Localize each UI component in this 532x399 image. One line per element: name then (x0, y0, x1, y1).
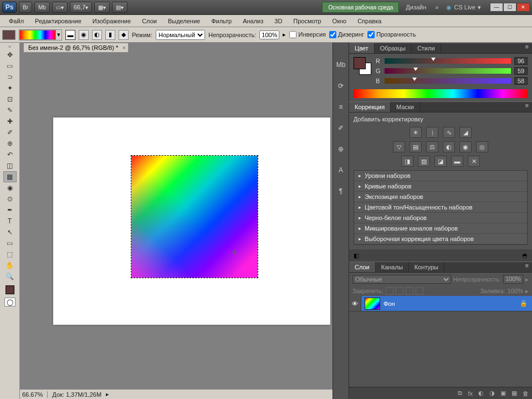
blend-mode-select[interactable]: Нормальный (156, 30, 205, 40)
arrange-button[interactable]: ▦▾ (94, 2, 110, 13)
lock-transparent[interactable] (386, 287, 393, 295)
angle-gradient-icon[interactable]: ◐ (92, 30, 102, 40)
tab-swatches[interactable]: Образцы (375, 43, 412, 53)
posterize-icon[interactable]: ▨ (418, 156, 430, 167)
doc-info[interactable]: Док: 1,37M/1,26M (52, 391, 101, 398)
menu-analysis[interactable]: Анализ (237, 16, 269, 26)
actions-icon[interactable]: ≡ (335, 101, 346, 112)
photo-filter-icon[interactable]: ◉ (459, 141, 472, 152)
invert-icon[interactable]: ◨ (401, 156, 413, 167)
preset-item[interactable]: Выборочная коррекция цвета наборов (354, 234, 527, 244)
canvas[interactable] (53, 117, 330, 325)
linear-gradient-icon[interactable]: ▬ (65, 30, 75, 40)
menu-help[interactable]: Справка (352, 16, 387, 26)
zoom-dropdown[interactable]: 66,7 ▾ (70, 2, 92, 13)
window-minimize[interactable]: — (490, 3, 503, 12)
crop-tool[interactable]: ⊡ (3, 94, 17, 105)
link-icon[interactable]: ⧉ (458, 390, 462, 397)
pen-tool[interactable]: ✒ (3, 204, 17, 216)
exposure-icon[interactable]: ◢ (459, 127, 472, 138)
menu-window[interactable]: Окно (327, 16, 352, 26)
hand-tool[interactable]: ✋ (3, 260, 17, 271)
preset-item[interactable]: Микширование каналов наборов (354, 223, 527, 234)
screen-mode-button[interactable]: ▭▾ (52, 2, 68, 13)
transparency-check[interactable]: Прозрачность (367, 31, 416, 39)
opacity-arrow2[interactable]: ▸ (525, 276, 529, 283)
fill-value[interactable]: 100% (508, 288, 523, 294)
r-value[interactable]: 96 (514, 57, 528, 65)
lock-position[interactable] (406, 287, 413, 295)
eraser-tool[interactable]: ◫ (3, 160, 17, 171)
reverse-check[interactable]: Инверсия (289, 31, 326, 39)
brush-tool[interactable]: ✐ (3, 127, 17, 138)
brightness-icon[interactable]: ☀ (410, 127, 422, 138)
move-tool[interactable]: ✥ (3, 49, 17, 60)
color-panel-menu[interactable]: ≡ (522, 43, 532, 53)
document-tab[interactable]: Без имени-2 @ 66,7% (RGB/8) * × (23, 43, 129, 53)
zoom-readout[interactable]: 66.67% (22, 391, 43, 398)
hue-icon[interactable]: ▤ (410, 141, 422, 152)
design-workspace[interactable]: Дизайн (401, 4, 431, 11)
tab-channels[interactable]: Каналы (376, 262, 409, 272)
tab-paths[interactable]: Контуры (409, 262, 444, 272)
extras-button[interactable]: ▤▾ (112, 2, 127, 13)
adjustments-menu[interactable]: ≡ (522, 102, 532, 112)
foreground-swatch[interactable] (354, 57, 366, 69)
zoom-tool[interactable]: 🔍 (3, 271, 17, 282)
bridge-button[interactable]: Br (19, 2, 32, 13)
preset-item[interactable]: Черно-белое наборов (354, 213, 527, 223)
menu-edit[interactable]: Редактирование (29, 16, 87, 26)
gradient-tool[interactable]: ▦ (3, 171, 17, 182)
threshold-icon[interactable]: ◪ (434, 156, 447, 167)
layers-menu[interactable]: ≡ (522, 262, 532, 272)
preset-item[interactable]: Цветовой тон/Насыщенность наборов (354, 202, 527, 213)
menu-3d[interactable]: 3D (269, 16, 288, 26)
blur-tool[interactable]: ◉ (3, 182, 17, 193)
mask-icon[interactable]: ◐ (478, 390, 484, 397)
adj-footer-icon[interactable]: ◧ (354, 252, 359, 259)
g-value[interactable]: 59 (514, 67, 528, 75)
gradient-map-icon[interactable]: ▬ (451, 156, 463, 167)
gradient-picker[interactable] (19, 30, 56, 40)
window-maximize[interactable]: ☐ (503, 3, 516, 12)
opacity-arrow[interactable]: ▸ (283, 31, 286, 38)
quickmask-toggle[interactable]: ◯ (4, 298, 16, 306)
eyedropper-tool[interactable]: ✎ (3, 105, 17, 116)
more-workspaces[interactable]: » (433, 4, 441, 11)
new-layer-icon[interactable]: ▦ (511, 390, 517, 397)
3d-tool[interactable]: ⬚ (3, 249, 17, 260)
curves-icon[interactable]: ∿ (443, 127, 455, 138)
character-icon[interactable]: A (335, 165, 346, 176)
g-slider[interactable] (385, 68, 511, 74)
radial-gradient-icon[interactable]: ◉ (79, 30, 89, 40)
lock-all[interactable] (416, 287, 423, 295)
tab-adjustments[interactable]: Коррекция (349, 102, 391, 112)
layer-row[interactable]: 👁 Фон 🔒 (349, 296, 532, 311)
gradient-dropdown[interactable]: ▾ (56, 31, 62, 38)
dodge-tool[interactable]: ⊙ (3, 193, 17, 204)
tab-color[interactable]: Цвет (349, 43, 375, 53)
minibridge-icon[interactable]: Mb (335, 59, 346, 70)
blend-mode[interactable]: Обычные (352, 275, 451, 284)
menu-image[interactable]: Изображение (87, 16, 136, 26)
window-close[interactable]: ✕ (516, 3, 530, 12)
diamond-gradient-icon[interactable]: ◆ (119, 30, 129, 40)
channel-mixer-icon[interactable]: ◎ (476, 141, 488, 152)
color-swatches[interactable] (354, 57, 371, 75)
menu-view[interactable]: Просмотр (288, 16, 326, 26)
history-brush-tool[interactable]: ↶ (3, 149, 17, 160)
preset-item[interactable]: Экспозиция наборов (354, 192, 527, 202)
wand-tool[interactable]: ✦ (3, 83, 17, 94)
preset-item[interactable]: Кривые наборов (354, 181, 527, 192)
group-icon[interactable]: ▣ (500, 390, 506, 397)
marquee-tool[interactable]: ▭ (3, 60, 17, 71)
adj-footer-icon2[interactable]: ◓ (522, 252, 528, 259)
close-tab-icon[interactable]: × (122, 44, 126, 51)
vibrance-icon[interactable]: ▽ (393, 141, 405, 152)
lasso-tool[interactable]: ⊃ (3, 71, 17, 83)
levels-icon[interactable]: ⟊ (426, 127, 438, 138)
clone-icon[interactable]: ⊕ (335, 144, 346, 155)
bw-icon[interactable]: ◐ (443, 141, 455, 152)
layer-thumbnail[interactable] (365, 298, 380, 310)
tab-layers[interactable]: Слои (349, 262, 376, 272)
